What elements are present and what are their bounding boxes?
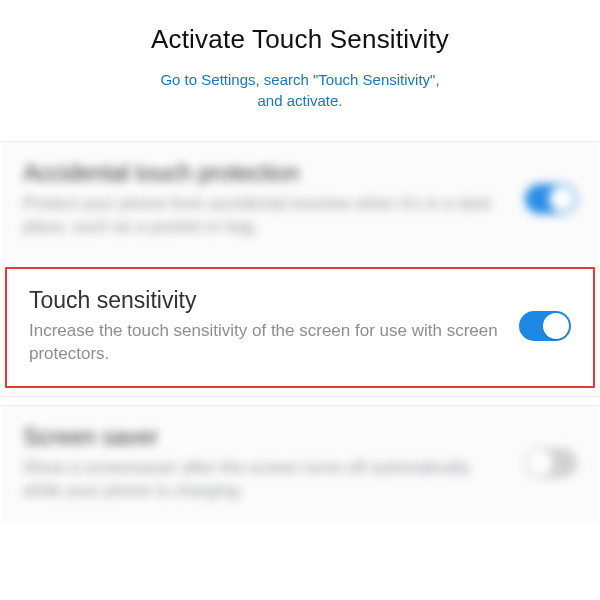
setting-title: Screen saver: [23, 424, 507, 451]
setting-desc: Show a screensaver after the screen turn…: [23, 457, 507, 503]
setting-row-screen-saver[interactable]: Screen saver Show a screensaver after th…: [1, 406, 599, 523]
settings-panel: Accidental touch protection Protect your…: [1, 141, 599, 397]
settings-panel-secondary: Screen saver Show a screensaver after th…: [1, 405, 599, 523]
instruction-header: Activate Touch Sensitivity Go to Setting…: [0, 0, 600, 123]
setting-row-text: Accidental touch protection Protect your…: [23, 160, 507, 239]
toggle-dot-icon: [527, 450, 553, 476]
setting-desc: Increase the touch sensitivity of the sc…: [29, 320, 501, 366]
subtitle-line-2: and activate.: [257, 92, 342, 109]
setting-desc: Protect your phone from accidental touch…: [23, 193, 507, 239]
toggle-screen-saver[interactable]: [525, 448, 577, 478]
toggle-dot-icon: [543, 313, 569, 339]
setting-row-accidental-touch[interactable]: Accidental touch protection Protect your…: [1, 142, 599, 259]
toggle-touch-sensitivity[interactable]: [519, 311, 571, 341]
setting-row-text: Screen saver Show a screensaver after th…: [23, 424, 507, 503]
setting-title: Touch sensitivity: [29, 287, 501, 314]
subtitle-line-1: Go to Settings, search "Touch Sensitivit…: [160, 71, 439, 88]
page-title: Activate Touch Sensitivity: [20, 24, 580, 55]
setting-row-text: Touch sensitivity Increase the touch sen…: [29, 287, 501, 366]
page-subtitle: Go to Settings, search "Touch Sensitivit…: [20, 69, 580, 111]
toggle-accidental-touch[interactable]: [525, 184, 577, 214]
setting-title: Accidental touch protection: [23, 160, 507, 187]
setting-row-touch-sensitivity[interactable]: Touch sensitivity Increase the touch sen…: [5, 267, 595, 388]
toggle-dot-icon: [549, 186, 575, 212]
